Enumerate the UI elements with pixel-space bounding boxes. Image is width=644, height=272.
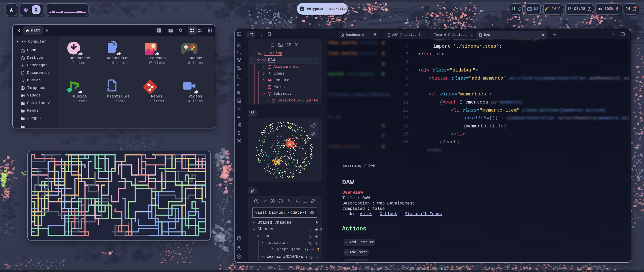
svg-text:%: % [239, 107, 241, 110]
svg-text:$_: $_ [157, 29, 160, 32]
